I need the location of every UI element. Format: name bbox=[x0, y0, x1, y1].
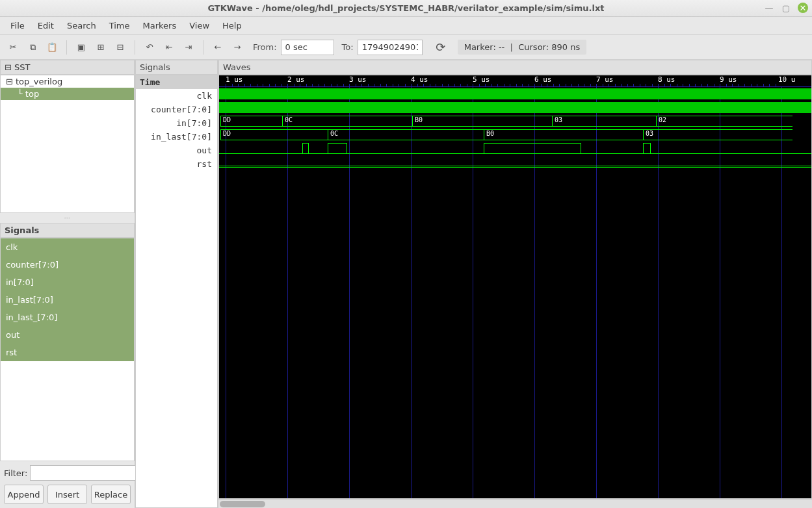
signals-list[interactable]: clkcounter[7:0]in[7:0]in_last[7:0]in_las… bbox=[0, 238, 135, 461]
paste-icon[interactable]: 📋 bbox=[44, 40, 60, 55]
signal-item[interactable]: clk bbox=[1, 238, 134, 256]
wave-in-last: DD0CB003 bbox=[219, 128, 811, 142]
wave-counter bbox=[219, 101, 811, 114]
sst-header: ⊟ SST bbox=[0, 60, 135, 75]
time-tick: 7 us bbox=[596, 75, 614, 84]
menu-markers[interactable]: Markers bbox=[136, 18, 183, 33]
menu-view[interactable]: View bbox=[183, 18, 216, 33]
to-input[interactable] bbox=[358, 40, 423, 55]
wave-clk bbox=[219, 87, 811, 101]
time-header: Time bbox=[136, 75, 217, 89]
signal-names[interactable]: Timeclkcounter[7:0]in[7:0]in_last[7:0]ou… bbox=[135, 75, 218, 508]
signal-item[interactable]: in[7:0] bbox=[1, 273, 134, 291]
minimize-icon[interactable]: — bbox=[764, 3, 774, 13]
zoom-out-icon[interactable]: ⊟ bbox=[112, 40, 128, 55]
signal-item[interactable]: in_last[7:0] bbox=[1, 291, 134, 309]
append-button[interactable]: Append bbox=[4, 485, 44, 504]
marker-cursor-status: Marker: -- | Cursor: 890 ns bbox=[458, 40, 587, 55]
cut-icon[interactable]: ✂ bbox=[5, 40, 21, 55]
from-input[interactable] bbox=[281, 40, 334, 55]
to-label: To: bbox=[342, 42, 354, 52]
prev-icon[interactable]: ← bbox=[210, 40, 226, 55]
time-tick: 5 us bbox=[473, 75, 490, 84]
from-label: From: bbox=[253, 42, 277, 52]
signal-names-header: Signals bbox=[135, 60, 218, 75]
menubar: FileEditSearchTimeMarkersViewHelp bbox=[0, 17, 812, 35]
splitter-handle[interactable]: ⋯ bbox=[0, 213, 135, 223]
time-tick: 2 us bbox=[287, 75, 305, 84]
zoom-in-icon[interactable]: ⊞ bbox=[93, 40, 109, 55]
time-tick: 1 us bbox=[226, 75, 243, 84]
filter-label: Filter: bbox=[4, 468, 27, 478]
reload-icon[interactable]: ⟳ bbox=[433, 40, 449, 55]
waves-header: Waves bbox=[218, 60, 812, 75]
wave-signal-name[interactable]: in_last[7:0] bbox=[136, 130, 217, 144]
toolbar: ✂ ⧉ 📋 ▣ ⊞ ⊟ ↶ ⇤ ⇥ ← → From: To: ⟳ Marker… bbox=[0, 35, 812, 60]
zoom-fit-icon[interactable]: ▣ bbox=[73, 40, 89, 55]
maximize-icon[interactable]: ▢ bbox=[781, 3, 791, 13]
time-tick: 4 us bbox=[411, 75, 428, 84]
time-tick: 10 u bbox=[778, 75, 796, 84]
window-title: GTKWave - /home/oleg/hdl_projects/SYSTEM… bbox=[207, 3, 604, 13]
menu-help[interactable]: Help bbox=[216, 18, 248, 33]
close-icon[interactable]: ✕ bbox=[798, 3, 808, 13]
signal-item[interactable]: counter[7:0] bbox=[1, 256, 134, 273]
wave-signal-name[interactable]: clk bbox=[136, 89, 217, 103]
next-icon[interactable]: → bbox=[229, 40, 245, 55]
tree-node-top_verilog[interactable]: ⊟top_verilog bbox=[1, 75, 134, 88]
wave-signal-name[interactable]: counter[7:0] bbox=[136, 103, 217, 116]
insert-button[interactable]: Insert bbox=[47, 485, 87, 504]
wave-out bbox=[219, 142, 811, 155]
wave-signal-name[interactable]: in[7:0] bbox=[136, 116, 217, 130]
last-icon[interactable]: ⇥ bbox=[181, 40, 196, 55]
time-tick: 6 us bbox=[534, 75, 552, 84]
signal-item[interactable]: rst bbox=[1, 344, 134, 361]
wave-area[interactable]: 1 us2 us3 us4 us5 us6 us7 us8 us9 us10 u… bbox=[218, 75, 812, 499]
time-tick: 3 us bbox=[349, 75, 367, 84]
copy-icon[interactable]: ⧉ bbox=[25, 40, 40, 55]
menu-edit[interactable]: Edit bbox=[31, 18, 60, 33]
menu-search[interactable]: Search bbox=[60, 18, 103, 33]
sst-tree[interactable]: ⊟top_verilog└top bbox=[0, 75, 135, 213]
replace-button[interactable]: Replace bbox=[91, 485, 131, 504]
titlebar: GTKWave - /home/oleg/hdl_projects/SYSTEM… bbox=[0, 0, 812, 17]
signal-item[interactable]: out bbox=[1, 326, 134, 344]
wave-signal-name[interactable]: rst bbox=[136, 157, 217, 171]
filter-input[interactable] bbox=[30, 465, 150, 481]
horizontal-scrollbar[interactable] bbox=[218, 499, 812, 508]
first-icon[interactable]: ⇤ bbox=[161, 40, 177, 55]
menu-file[interactable]: File bbox=[4, 18, 31, 33]
signals-header: Signals bbox=[0, 223, 135, 238]
wave-signal-name[interactable]: out bbox=[136, 144, 217, 157]
time-tick: 9 us bbox=[720, 75, 737, 84]
tree-node-top[interactable]: └top bbox=[1, 88, 134, 100]
signal-item[interactable]: in_last_[7:0] bbox=[1, 309, 134, 326]
menu-time[interactable]: Time bbox=[103, 18, 137, 33]
wave-rst bbox=[219, 155, 811, 169]
wave-in: DD0CB00302 bbox=[219, 114, 811, 128]
undo-icon[interactable]: ↶ bbox=[142, 40, 157, 55]
time-tick: 8 us bbox=[658, 75, 675, 84]
